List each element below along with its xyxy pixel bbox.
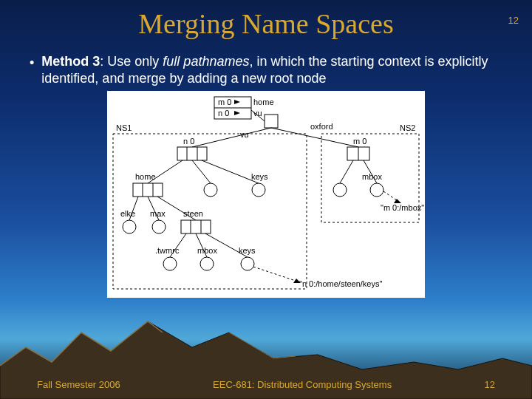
keys2-label: keys	[239, 246, 256, 255]
svg-rect-28	[181, 220, 211, 233]
svg-line-39	[340, 160, 353, 183]
svg-line-43	[253, 267, 298, 282]
svg-point-27	[152, 220, 166, 233]
keys-label: keys	[251, 172, 268, 181]
bullet-italic: full pathnames	[163, 54, 249, 69]
svg-rect-18	[133, 183, 163, 197]
mbox2-label: mbox	[197, 246, 217, 255]
footer-left: Fall Semester 2006	[37, 379, 120, 390]
quote-n0-keys: "n 0:/home/steen/keys"	[299, 279, 382, 288]
svg-point-22	[252, 183, 265, 197]
vu-label: vu	[240, 130, 249, 139]
svg-line-16	[192, 160, 211, 183]
max-label: max	[150, 209, 166, 218]
slide-number-top: 12	[508, 15, 519, 26]
mbox-label: mbox	[362, 172, 382, 181]
svg-point-26	[123, 220, 136, 233]
method-label: Method 3	[41, 54, 100, 69]
namespace-diagram: m 0 home n 0 vu NS1 NS2 vu oxford n 0 m …	[107, 91, 425, 298]
svg-point-41	[333, 183, 347, 197]
svg-point-36	[241, 257, 254, 270]
bullet-item: • Method 3: Use only full pathnames, in …	[0, 53, 532, 86]
slide-title: Merging Name Spaces	[0, 7, 532, 40]
svg-rect-10	[177, 147, 207, 160]
svg-line-17	[202, 160, 259, 183]
n0-label: n 0	[183, 137, 194, 146]
root-n0: n 0	[218, 109, 229, 117]
svg-point-34	[163, 257, 177, 270]
root-vu: vu	[253, 109, 262, 117]
root-m0: m 0	[218, 98, 231, 106]
ns1-label: NS1	[116, 123, 132, 132]
root-home: home	[253, 98, 274, 106]
svg-point-21	[204, 183, 217, 197]
elke-label: elke	[120, 209, 135, 218]
home-label: home	[135, 172, 156, 181]
m0-label: m 0	[353, 137, 366, 146]
ns2-label: NS2	[400, 123, 415, 132]
svg-point-42	[370, 183, 383, 197]
steen-label: steen	[183, 209, 203, 218]
footer-right: 12	[485, 379, 495, 390]
footer-center: EEC-681: Distributed Computing Systems	[213, 379, 392, 390]
svg-point-35	[200, 257, 214, 270]
svg-rect-6	[265, 115, 278, 128]
footer: Fall Semester 2006 EEC-681: Distributed …	[0, 379, 532, 390]
svg-line-8	[192, 128, 271, 147]
bullet-text: Method 3: Use only full pathnames, in wh…	[41, 53, 510, 86]
twmrc-label: .twmrc	[155, 246, 179, 255]
oxford-label: oxford	[310, 122, 333, 131]
bullet-part1: : Use only	[100, 54, 163, 69]
quote-m0-mbox: "m 0:/mbox"	[381, 203, 424, 212]
bullet-dot-icon: •	[30, 55, 34, 72]
